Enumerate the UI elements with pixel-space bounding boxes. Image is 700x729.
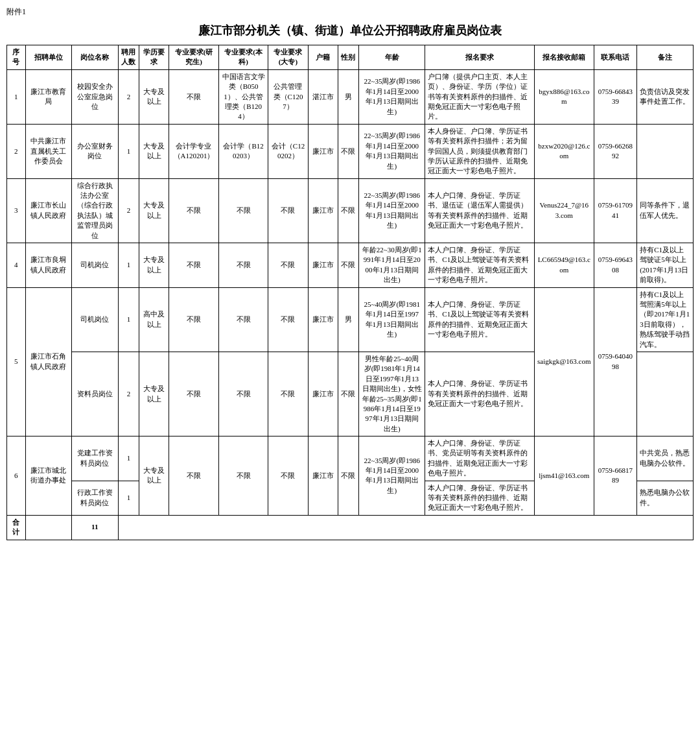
seq-3: 3	[7, 178, 26, 243]
header-post: 岗位名称	[72, 45, 118, 70]
major-ben-2: 会计学（B120203）	[218, 124, 268, 178]
table-row: 2 中共廉江市直属机关工作委员会 办公室财务岗位 1 大专及以上 会计学专业（A…	[7, 124, 694, 178]
major-ben-5b: 不限	[218, 352, 268, 436]
gender-2: 不限	[338, 124, 359, 178]
header-major-da: 专业要求(大专)	[268, 45, 308, 70]
header-gender: 性别	[338, 45, 359, 70]
total-empty1	[25, 515, 71, 540]
huji-1: 湛江市	[308, 69, 338, 124]
tel-6: 0759-6681789	[594, 436, 636, 516]
post-6b: 行政工作资料员岗位	[72, 481, 118, 515]
major-da-3: 不限	[268, 178, 308, 243]
req-2: 本人身份证、户口簿、学历证书等有关资料原件扫描件；若为留学回国人员，则须提供教育…	[425, 124, 535, 178]
table-row: 5 廉江市石角镇人民政府 司机岗位 1 高中及以上 不限 不限 不限 廉江市 男…	[7, 287, 694, 352]
major-da-1: 公共管理类（C1207）	[268, 69, 308, 124]
total-empty2	[118, 515, 693, 540]
email-6: ljsm41@163.com	[534, 436, 594, 516]
req-5a: 本人户口簿、身份证、学历证书、C1及以上驾驶证等有关资料原件的扫描件、近期免冠正…	[425, 287, 535, 352]
note-6a: 中共党员，熟悉电脑办公软件。	[637, 436, 694, 481]
total-num: 11	[72, 515, 118, 540]
email-1: bgyx886@163.com	[534, 69, 594, 124]
edu-5a: 高中及以上	[139, 287, 169, 352]
gender-6: 不限	[338, 436, 359, 516]
note-5b	[637, 352, 694, 436]
num-2: 1	[118, 124, 139, 178]
table-row: 4 廉江市良垌镇人民政府 司机岗位 1 大专及以上 不限 不限 不限 廉江市 不…	[7, 243, 694, 288]
header-major-ben: 专业要求(本科)	[218, 45, 268, 70]
unit-2: 中共廉江市直属机关工作委员会	[25, 124, 71, 178]
major-da-5a: 不限	[268, 287, 308, 352]
major-post-3: 不限	[169, 178, 219, 243]
unit-4: 廉江市良垌镇人民政府	[25, 243, 71, 288]
gender-3: 不限	[338, 178, 359, 243]
unit-1: 廉江市教育局	[25, 69, 71, 124]
tel-3: 0759-6170941	[594, 178, 636, 243]
req-6b: 本人户口簿、身份证、学历证书等有关资料原件的扫描件、近期免冠正面大一寸彩色电子照…	[425, 481, 535, 515]
major-post-6: 不限	[169, 436, 219, 516]
gender-1: 男	[338, 69, 359, 124]
age-3: 22~35周岁(即1986年1月14日至2000年1月13日期间出生)	[359, 178, 425, 243]
edu-3: 大专及以上	[139, 178, 169, 243]
age-1: 22~35周岁(即1986年1月14日至2000年1月13日期间出生)	[359, 69, 425, 124]
header-unit: 招聘单位	[25, 45, 71, 70]
major-ben-5a: 不限	[218, 287, 268, 352]
major-post-4: 不限	[169, 243, 219, 288]
email-2: bzxw2020@126.com	[534, 124, 594, 178]
header-seq: 序号	[7, 45, 26, 70]
seq-1: 1	[7, 69, 26, 124]
email-4: LC665949@163.com	[534, 243, 594, 288]
header-num: 聘用人数	[118, 45, 139, 70]
age-5a: 25~40周岁(即1981年1月14日至1997年1月13日期间出生)	[359, 287, 425, 352]
note-4: 持有C1及以上驾驶证5年以上(2017年1月13日前取得)。	[637, 243, 694, 288]
attachment-label: 附件1	[6, 6, 694, 18]
edu-5b: 大专及以上	[139, 352, 169, 436]
header-major-post: 专业要求(研究生)	[169, 45, 219, 70]
note-2	[637, 124, 694, 178]
main-title: 廉江市部分机关（镇、街道）单位公开招聘政府雇员岗位表	[6, 23, 694, 38]
post-5b: 资料员岗位	[72, 352, 118, 436]
major-da-2: 会计（C120202）	[268, 124, 308, 178]
edu-1: 大专及以上	[139, 69, 169, 124]
header-email: 报名接收邮箱	[534, 45, 594, 70]
table-row: 1 廉江市教育局 校园安全办公室应急岗位 2 大专及以上 不限 中国语言文学类（…	[7, 69, 694, 124]
huji-5b: 廉江市	[308, 352, 338, 436]
tel-1: 0759-6684339	[594, 69, 636, 124]
req-6a: 本人户口簿、身份证、学历证书、党员证明等有关资料原件的扫描件、近期免冠正面大一寸…	[425, 436, 535, 481]
huji-3: 廉江市	[308, 178, 338, 243]
post-3: 综合行政执法办公室（综合行政执法队）城监管理员岗位	[72, 178, 118, 243]
edu-6: 大专及以上	[139, 436, 169, 516]
major-post-5a: 不限	[169, 287, 219, 352]
seq-6: 6	[7, 436, 26, 516]
edu-2: 大专及以上	[139, 124, 169, 178]
req-1: 户口簿（提供户口主页、本人主页）、身份证、学历（学位）证书等有关资料原件的扫描件…	[425, 69, 535, 124]
major-da-6: 不限	[268, 436, 308, 516]
age-2: 22~35周岁(即1986年1月14日至2000年1月13日期间出生)	[359, 124, 425, 178]
major-post-1: 不限	[169, 69, 219, 124]
note-3: 同等条件下，退伍军人优先。	[637, 178, 694, 243]
seq-5: 5	[7, 287, 26, 436]
req-4: 本人户口簿、身份证、学历证书、C1及以上驾驶证等有关资料原件的扫描件、近期免冠正…	[425, 243, 535, 288]
tel-5: 0759-6404098	[594, 287, 636, 436]
age-6: 22~35周岁(即1986年1月14日至2000年1月13日期间出生)	[359, 436, 425, 516]
huji-2: 廉江市	[308, 124, 338, 178]
email-3: Venus224_7@163.com	[534, 178, 594, 243]
unit-5: 廉江市石角镇人民政府	[25, 287, 71, 436]
post-5a: 司机岗位	[72, 287, 118, 352]
email-5: saigkgk@163.com	[534, 287, 594, 436]
tel-4: 0759-6964308	[594, 243, 636, 288]
seq-2: 2	[7, 124, 26, 178]
major-da-4: 不限	[268, 243, 308, 288]
major-ben-3: 不限	[218, 178, 268, 243]
header-huji: 户籍	[308, 45, 338, 70]
tel-2: 0759-6626892	[594, 124, 636, 178]
num-6b: 1	[118, 481, 139, 515]
note-1: 负责信访及突发事件处置工作。	[637, 69, 694, 124]
major-ben-1: 中国语言文学类（B0501）、公共管理类（B1204）	[218, 69, 268, 124]
post-4: 司机岗位	[72, 243, 118, 288]
major-ben-4: 不限	[218, 243, 268, 288]
age-5b: 男性年龄25~40周岁(即1981年1月14日至1997年1月13日期间出生)，…	[359, 352, 425, 436]
header-note: 备注	[637, 45, 694, 70]
num-5b: 2	[118, 352, 139, 436]
gender-4: 不限	[338, 243, 359, 288]
unit-6: 廉江市城北街道办事处	[25, 436, 71, 516]
